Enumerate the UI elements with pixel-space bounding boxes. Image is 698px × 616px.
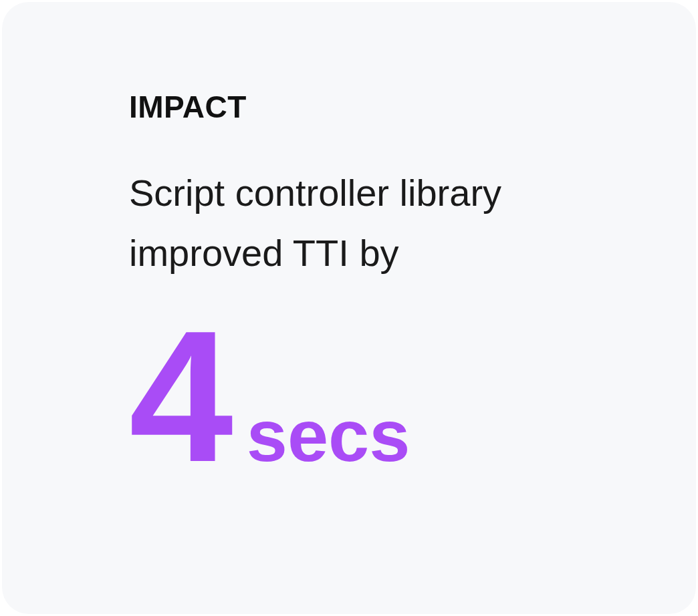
impact-heading: IMPACT	[129, 89, 596, 126]
impact-stat: 4 secs	[129, 303, 596, 490]
impact-stat-unit: secs	[247, 399, 411, 472]
impact-stat-value: 4	[129, 303, 231, 490]
impact-description: Script controller library improved TTI b…	[129, 163, 596, 283]
stage: IMPACT Script controller library improve…	[0, 0, 698, 616]
impact-card: IMPACT Script controller library improve…	[2, 2, 696, 614]
